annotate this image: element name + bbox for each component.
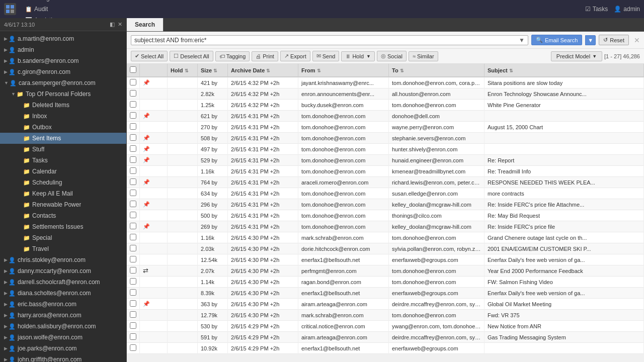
table-row[interactable]: 📌 269 by 2/6/15 4:31 PM +2h tom.donohoe@…: [127, 221, 644, 232]
expand-icon-1[interactable]: ▶: [4, 45, 8, 54]
row-checkbox-cell-5[interactable]: [127, 133, 140, 144]
row-checkbox-cell-11[interactable]: [127, 199, 140, 210]
table-row[interactable]: 📌 764 by 2/6/15 4:31 PM +2h araceli.rome…: [127, 177, 644, 188]
tree-item-18[interactable]: 📁 Special: [0, 232, 126, 243]
select-all-button[interactable]: ✔ Select All: [131, 51, 168, 61]
row-checkbox-cell-18[interactable]: [127, 277, 140, 288]
admin-nav[interactable]: 👤 admin: [614, 6, 640, 13]
tree-item-17[interactable]: 📁 Settlements Issues: [0, 221, 126, 232]
table-row[interactable]: 12.79k 2/6/15 4:30 PM +2h mark.schrab@en…: [127, 310, 644, 321]
tree-item-24[interactable]: ▶ 👤 eric.bass@enron.com: [0, 299, 126, 310]
row-checkbox-15[interactable]: [130, 245, 136, 251]
table-row[interactable]: 12.54k 2/6/15 4:30 PM +2h enerfax1@bells…: [127, 254, 644, 265]
col-header-hold[interactable]: Hold ⇅: [168, 64, 198, 77]
nav-item-audit[interactable]: 📋Audit: [20, 4, 75, 15]
sidebar-collapse-icon[interactable]: ◧: [110, 21, 115, 28]
send-button[interactable]: ✉ Send: [312, 51, 340, 61]
row-checkbox-cell-14[interactable]: [127, 232, 140, 243]
row-checkbox-cell-2[interactable]: [127, 100, 140, 111]
row-checkbox-cell-19[interactable]: [127, 288, 140, 299]
print-button[interactable]: 🖨 Print: [252, 51, 278, 61]
expand-icon-2[interactable]: ▶: [4, 56, 8, 65]
expand-icon-3[interactable]: ▶: [4, 67, 8, 76]
row-checkbox-3[interactable]: [130, 112, 136, 119]
tree-item-23[interactable]: ▶ 👤 diana.scholtes@enron.com: [0, 288, 126, 299]
row-checkbox-23[interactable]: [130, 333, 136, 340]
row-checkbox-8[interactable]: [130, 167, 136, 174]
row-checkbox-cell-4[interactable]: [127, 122, 140, 133]
row-checkbox-cell-9[interactable]: [127, 177, 140, 188]
row-checkbox-cell-8[interactable]: [127, 166, 140, 177]
tree-item-22[interactable]: ▶ 👤 darrell.schoolcraft@enron.com: [0, 277, 126, 288]
row-checkbox-cell-16[interactable]: [127, 254, 140, 265]
row-checkbox-19[interactable]: [130, 289, 136, 296]
row-checkbox-cell-17[interactable]: [127, 265, 140, 277]
row-checkbox-10[interactable]: [130, 190, 136, 196]
row-checkbox-cell-7[interactable]: [127, 155, 140, 166]
tree-item-21[interactable]: ▶ 👤 danny.mccarty@enron.com: [0, 265, 126, 277]
tree-item-0[interactable]: ▶ 👤 a.martin@enron.com: [0, 33, 126, 44]
similar-button[interactable]: ≈ Similar: [409, 51, 438, 61]
tree-item-28[interactable]: ▶ 👤 joe.parks@enron.com: [0, 343, 126, 354]
search-dropdown-btn[interactable]: ▼: [585, 35, 596, 45]
row-checkbox-cell-10[interactable]: [127, 188, 140, 199]
row-checkbox-6[interactable]: [130, 145, 136, 152]
search-input[interactable]: [134, 37, 519, 44]
expand-icon-4[interactable]: ▼: [4, 78, 9, 87]
row-checkbox-2[interactable]: [130, 101, 136, 108]
tree-item-4[interactable]: ▼ 👤 cara.semperger@enron.com: [0, 77, 126, 88]
col-header-to[interactable]: To ⇅: [389, 64, 485, 77]
expand-icon-0[interactable]: ▶: [4, 34, 8, 43]
row-checkbox-5[interactable]: [130, 134, 136, 141]
row-checkbox-cell-12[interactable]: [127, 210, 140, 221]
row-checkbox-cell-24[interactable]: [127, 343, 140, 354]
row-checkbox-12[interactable]: [130, 212, 136, 218]
row-checkbox-22[interactable]: [130, 322, 136, 329]
hold-dropdown-icon[interactable]: ▼: [366, 54, 371, 59]
col-header-from[interactable]: From ⇅: [298, 64, 389, 77]
row-checkbox-16[interactable]: [130, 256, 136, 262]
row-checkbox-1[interactable]: [130, 90, 136, 97]
table-row[interactable]: 2.82k 2/6/15 4:32 PM +2h enron.announcem…: [127, 88, 644, 100]
tasks-nav[interactable]: ☑ Tasks: [585, 6, 608, 13]
tree-item-8[interactable]: 📁 Outbox: [0, 122, 126, 133]
tree-item-25[interactable]: ▶ 👤 harry.arora@enron.com: [0, 310, 126, 321]
row-checkbox-17[interactable]: [130, 267, 136, 274]
expand-icon-26[interactable]: ▶: [4, 322, 8, 331]
row-checkbox-20[interactable]: [130, 300, 136, 307]
tree-item-20[interactable]: ▶ 👤 chris.stokley@enron.com: [0, 254, 126, 265]
col-header-size[interactable]: Size ⇅: [198, 64, 228, 77]
expand-icon-20[interactable]: ▶: [4, 255, 8, 264]
table-row[interactable]: 📌 421 by 2/6/15 4:32 PM +2h jayant.krish…: [127, 77, 644, 88]
tree-item-7[interactable]: 📁 Inbox: [0, 111, 126, 122]
row-checkbox-cell-1[interactable]: [127, 88, 140, 100]
email-search-button[interactable]: 🔍 Email Search: [531, 35, 582, 45]
expand-icon-23[interactable]: ▶: [4, 289, 8, 298]
table-row[interactable]: 10.92k 2/6/15 4:29 PM +2h enerfax1@bells…: [127, 343, 644, 354]
search-dropdown-icon[interactable]: ▼: [519, 37, 525, 44]
select-all-checkbox[interactable]: [130, 66, 136, 73]
row-checkbox-11[interactable]: [130, 201, 136, 207]
hold-button[interactable]: ⏸ Hold ▼: [341, 51, 375, 61]
tree-item-16[interactable]: 📁 Contacts: [0, 210, 126, 221]
table-row[interactable]: 1.16k 2/6/15 4:30 PM +2h mark.schrab@enr…: [127, 232, 644, 243]
table-row[interactable]: 📌 508 by 2/6/15 4:31 PM +2h tom.donohoe@…: [127, 133, 644, 144]
table-row[interactable]: 530 by 2/6/15 4:29 PM +2h critical.notic…: [127, 321, 644, 332]
expand-icon-21[interactable]: ▶: [4, 266, 8, 276]
expand-icon-27[interactable]: ▶: [4, 333, 8, 342]
expand-icon-28[interactable]: ▶: [4, 344, 8, 353]
table-row[interactable]: 1.14k 2/6/15 4:30 PM +2h ragan.bond@enro…: [127, 277, 644, 288]
tree-item-1[interactable]: ▶ 👤 admin: [0, 44, 126, 55]
row-checkbox-cell-20[interactable]: [127, 299, 140, 310]
col-header-subject[interactable]: Subject ⇅: [485, 64, 644, 77]
row-checkbox-cell-6[interactable]: [127, 144, 140, 155]
row-checkbox-13[interactable]: [130, 223, 136, 229]
table-row[interactable]: 270 by 2/6/15 4:31 PM +2h tom.donohoe@en…: [127, 122, 644, 133]
expand-icon-22[interactable]: ▶: [4, 278, 8, 287]
tree-item-19[interactable]: 📁 Travel: [0, 243, 126, 254]
row-checkbox-cell-0[interactable]: [127, 77, 140, 88]
table-row[interactable]: 1.25k 2/6/15 4:32 PM +2h bucky.dusek@enr…: [127, 100, 644, 111]
table-row[interactable]: 8.39k 2/6/15 4:30 PM +2h enerfax1@bellso…: [127, 288, 644, 299]
tree-item-9[interactable]: 📁 Sent Items: [0, 133, 126, 144]
search-tab[interactable]: Search: [127, 18, 164, 31]
